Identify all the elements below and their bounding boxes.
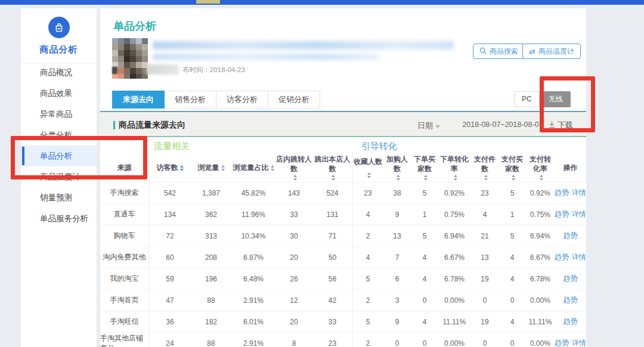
value-cell: 5 [499,225,526,246]
column-header-1[interactable]: 访客数 [149,154,191,182]
table-group-header-row: 流量相关 引导转化 [100,138,586,154]
detail-link[interactable]: 详情 [572,338,586,347]
column-header-13: 操作 [555,154,586,182]
analysis-tabs: 来源去向销售分析访客分析促销分析 [112,91,320,109]
value-cell: 0.00% [526,333,555,347]
sidebar-item-3[interactable]: 分类分析 [21,125,97,145]
value-cell: 4 [353,204,383,225]
column-header-2[interactable]: 浏览量 [191,154,231,182]
value-cell: 19 [471,268,499,289]
trend-link[interactable]: 趋势 [564,317,578,327]
table-row: 购物车7231310.34%307121356.94%2156.94%趋势 [100,225,586,246]
value-cell: 6.67% [438,247,471,268]
trend-link[interactable]: 趋势 [555,252,569,262]
tab-2[interactable]: 访客分析 [216,91,268,109]
column-header-5[interactable]: 跳出本店人数 [312,154,353,182]
column-header-3[interactable]: 浏览量占比 [231,154,275,182]
column-header-11[interactable]: 支付买家数 [499,154,526,182]
sort-icon[interactable] [180,165,184,171]
value-cell: 0 [383,333,411,347]
table-row: 直通车13436211.96%331314910.75%410.75%趋势详情 [100,203,586,225]
column-header-4[interactable]: 店内跳转人数 [275,154,312,182]
column-header-9[interactable]: 下单转化率 [438,154,471,182]
product-title-blurred [153,41,454,49]
sidebar-item-7[interactable]: 单品服务分析 [21,208,97,229]
value-cell: 0.00% [438,333,471,347]
sort-icon[interactable] [271,165,274,171]
value-cell: 5 [411,225,438,246]
actions-cell: 趋势 [555,268,586,289]
column-header-7[interactable]: 加购人数 [383,154,411,182]
sidebar-item-2[interactable]: 异常商品 [21,104,97,125]
download-button[interactable]: 下载 [549,120,573,131]
sidebar-item-0[interactable]: 商品概况 [21,62,97,83]
sidebar-section-title: 商品分析 [21,44,97,55]
sort-icon[interactable] [293,175,297,181]
column-header-6[interactable]: 收藏人数 [353,154,383,182]
detail-link[interactable]: 详情 [572,209,586,219]
column-label: 操作 [564,163,578,173]
table-row: 手淘其他店铺商品24882.91%8232000.00%000.00%趋势详情 [100,332,586,347]
value-cell: 12 [275,290,312,311]
download-label: 下载 [558,120,573,131]
source-cell: 我的淘宝 [100,268,149,289]
trend-link[interactable]: 趋势 [555,188,569,198]
device-toggle-wireless[interactable]: 无线 [541,91,571,107]
date-dropdown[interactable]: 日期 [417,120,440,131]
sidebar-item-4[interactable]: 单品分析 [21,145,97,166]
tab-3[interactable]: 促销分析 [268,91,320,109]
sort-icon[interactable] [221,165,225,171]
browser-tab-strip [196,0,220,4]
sidebar-menu: 商品概况商品效果异常商品分类分析单品分析商品温度计销量预测单品服务分析 [21,62,97,229]
device-toggle-pc[interactable]: PC [514,91,540,107]
value-cell: 196 [191,268,231,289]
tab-1[interactable]: 销售分析 [165,91,216,109]
detail-link[interactable]: 详情 [572,188,586,198]
sort-icon[interactable] [397,175,400,181]
value-cell: 4 [411,268,438,289]
trend-link[interactable]: 趋势 [564,295,578,305]
sort-icon[interactable] [424,175,428,181]
value-cell: 30 [275,225,312,246]
trend-link[interactable]: 趋势 [564,274,578,284]
trend-link[interactable]: 趋势 [555,338,569,347]
value-cell: 20 [275,311,312,332]
actions-cell: 趋势详情 [555,333,586,347]
blurred-marker [112,67,117,74]
value-cell: 3 [383,290,411,311]
group-header-conversion: 引导转化 [361,141,397,152]
column-header-12[interactable]: 支付转化率 [526,154,555,182]
product-search-button[interactable]: 商品搜索 [473,44,525,59]
swap-arrows-icon: ⇄ [529,48,535,55]
value-cell: 50 [312,247,353,268]
value-cell: 1 [411,204,438,225]
sidebar-item-1[interactable]: 商品效果 [21,83,97,104]
detail-link[interactable]: 详情 [572,252,586,262]
column-header-8[interactable]: 下单买家数 [411,154,438,182]
sort-icon[interactable] [454,175,457,181]
value-cell: 208 [191,247,231,268]
date-range-value[interactable]: 2018-08-07~2018-08-07 [458,120,547,129]
sort-icon[interactable] [367,172,371,178]
sidebar-item-6[interactable]: 销量预测 [21,187,97,208]
value-cell: 6.94% [526,225,555,246]
value-cell: 6.67% [526,247,555,268]
sidebar-item-5[interactable]: 商品温度计 [21,166,97,187]
sort-icon[interactable] [484,175,488,181]
tab-0[interactable]: 来源去向 [112,91,165,109]
actions-cell: 趋势详情 [555,247,586,268]
trend-link[interactable]: 趋势 [555,209,569,219]
column-label: 收藏人数 [354,157,382,167]
traffic-source-table: 流量相关 引导转化 来源访客数浏览量浏览量占比店内跳转人数跳出本店人数收藏人数加… [100,138,586,347]
actions-cell: 趋势详情 [555,204,586,225]
column-header-10[interactable]: 支付件数 [471,154,499,182]
value-cell: 0.00% [438,290,471,311]
sort-icon[interactable] [512,175,515,181]
source-cell: 手淘首页 [100,290,149,311]
sort-icon[interactable] [332,175,335,181]
value-cell: 134 [149,204,191,225]
value-cell: 6.78% [526,268,555,289]
trend-link[interactable]: 趋势 [564,231,578,241]
product-thermometer-button[interactable]: ⇄ 商品温度计 [522,44,581,59]
sort-icon[interactable] [540,175,543,181]
